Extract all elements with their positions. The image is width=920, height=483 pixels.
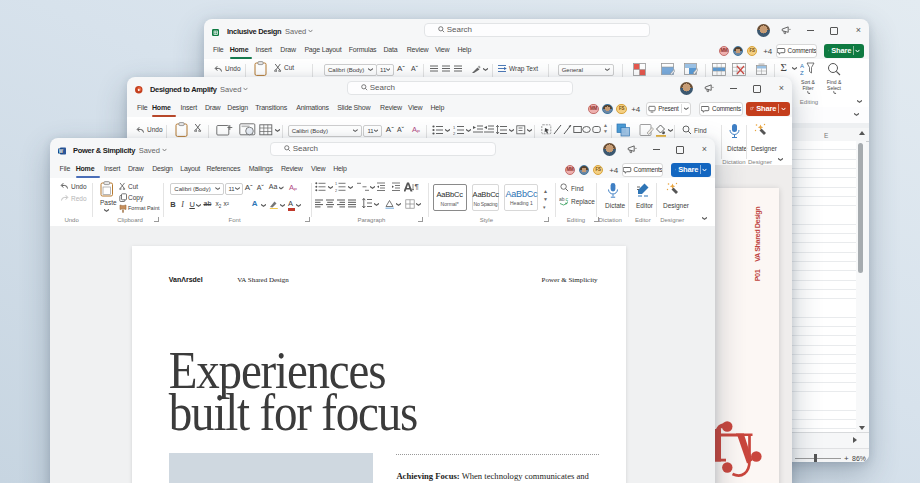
svg-text:2: 2 — [453, 131, 456, 135]
svg-text:2: 2 — [335, 189, 337, 192]
svg-text:ab: ab — [559, 196, 565, 202]
svg-text:1: 1 — [453, 125, 456, 130]
svg-text:1: 1 — [335, 182, 337, 186]
svg-text:c: c — [565, 196, 568, 202]
